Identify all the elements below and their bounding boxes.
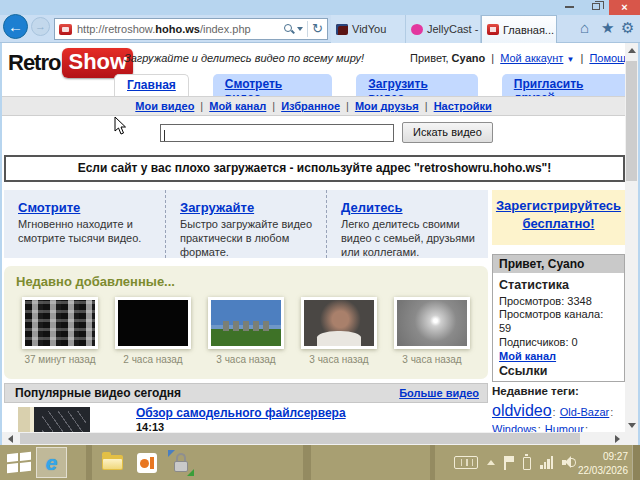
start-button[interactable] bbox=[7, 452, 31, 474]
security-app-taskbar-button[interactable] bbox=[165, 447, 196, 478]
vertical-scrollbar[interactable] bbox=[625, 43, 638, 432]
separator: | bbox=[200, 100, 203, 112]
horizontal-scroll-thumb[interactable] bbox=[20, 433, 580, 444]
show-desktop-button[interactable] bbox=[632, 445, 640, 480]
feature-watch: Смотрите Мгновенно находите и смотрите т… bbox=[4, 190, 165, 258]
scroll-up-arrow[interactable] bbox=[625, 43, 638, 57]
media-app-icon bbox=[137, 453, 157, 473]
search-video-button[interactable]: Искать видео bbox=[402, 122, 493, 143]
my-channel-link[interactable]: Мой канал bbox=[499, 350, 556, 362]
scroll-left-arrow[interactable] bbox=[2, 432, 18, 445]
site-favicon-icon bbox=[59, 24, 72, 35]
settings-gear-icon[interactable]: ⚙ bbox=[621, 18, 634, 38]
stats-title: Статистика bbox=[499, 278, 618, 294]
ie-taskbar-button[interactable]: e bbox=[36, 447, 67, 478]
forward-icon: → bbox=[35, 20, 46, 32]
vertical-scroll-thumb[interactable] bbox=[626, 61, 637, 181]
scrollbar-corner bbox=[625, 432, 638, 445]
time: 09:27 bbox=[578, 450, 628, 464]
touch-keyboard-icon[interactable] bbox=[454, 456, 478, 469]
my-account-link[interactable]: Мой аккаунт bbox=[500, 52, 563, 64]
sync-arrow-icon bbox=[187, 469, 194, 476]
volume-icon[interactable] bbox=[562, 456, 576, 469]
tab-glavnaya-active[interactable]: Главная... × bbox=[481, 15, 557, 43]
subnav-my-friends[interactable]: Мои друзья bbox=[355, 100, 419, 112]
subnav-my-videos[interactable]: Мои видео bbox=[135, 100, 194, 112]
register-link-line1[interactable]: Зарегистрируйтесь bbox=[496, 198, 621, 213]
video-thumbnail[interactable] bbox=[208, 297, 284, 349]
favorites-star-icon[interactable]: ★ bbox=[601, 18, 614, 38]
site-tagline: Загружайте и делитесь видео по всему мир… bbox=[124, 52, 364, 64]
back-button[interactable]: ← bbox=[3, 14, 28, 39]
register-box[interactable]: Зарегистрируйтесь бесплатно! bbox=[492, 190, 625, 245]
close-button[interactable]: × bbox=[609, 0, 640, 15]
scroll-right-arrow[interactable] bbox=[609, 432, 625, 445]
help-link[interactable]: Помощь bbox=[589, 52, 626, 64]
features-panel: Смотрите Мгновенно находите и смотрите т… bbox=[4, 190, 488, 258]
horizontal-scrollbar[interactable] bbox=[2, 432, 625, 445]
feature-upload-text: Быстро загружайте видео практически в лю… bbox=[180, 218, 314, 259]
taskbar-clock[interactable]: 09:27 22/03/2026 bbox=[578, 450, 628, 477]
tab-vidyou[interactable]: VidYou bbox=[331, 15, 406, 43]
search-icon[interactable] bbox=[283, 23, 295, 35]
video-thumbnail[interactable] bbox=[22, 297, 98, 349]
address-bar[interactable]: http://retroshow.hoho.ws/index.php ↻ bbox=[54, 18, 328, 40]
search-dropdown-icon[interactable] bbox=[297, 27, 303, 31]
folder-icon bbox=[102, 455, 123, 470]
stat-channel-views: Просмотров канала: 59 bbox=[499, 308, 618, 336]
separator: | bbox=[580, 52, 583, 64]
video-thumbnail[interactable] bbox=[394, 297, 470, 349]
upload-time-label: 3 часа назад bbox=[392, 354, 472, 365]
popular-video-title-link[interactable]: Обзор самодельного файлсервера bbox=[136, 406, 346, 420]
windows-logo-icon bbox=[7, 463, 18, 473]
feature-share-text: Легко делитесь своими видео с семьей, др… bbox=[341, 218, 475, 259]
subnav-my-channel[interactable]: Мой канал bbox=[209, 100, 266, 112]
recent-tags-title: Недавние теги: bbox=[492, 385, 626, 397]
screen: × ← → http://retroshow.hoho.ws/index.php… bbox=[0, 0, 640, 480]
video-thumbnail[interactable] bbox=[301, 297, 377, 349]
minimize-button[interactable] bbox=[556, 0, 582, 15]
close-icon: × bbox=[621, 1, 627, 13]
feature-share-link[interactable]: Делитесь bbox=[341, 200, 403, 215]
action-center-flag-icon[interactable] bbox=[504, 456, 514, 470]
video-search-input[interactable] bbox=[160, 124, 394, 142]
tray-expand-icon[interactable] bbox=[487, 460, 495, 465]
battery-icon[interactable] bbox=[523, 457, 531, 470]
video-thumbnail[interactable] bbox=[115, 297, 191, 349]
separator: | bbox=[425, 100, 428, 112]
sub-nav: Мои видео|Мой канал|Избранное|Мои друзья… bbox=[2, 96, 625, 116]
system-tray bbox=[454, 445, 576, 480]
minimize-icon bbox=[565, 6, 574, 8]
subnav-favorites[interactable]: Избранное bbox=[281, 100, 340, 112]
subnav-settings[interactable]: Настройки bbox=[434, 100, 492, 112]
username: Cyano bbox=[452, 52, 486, 64]
webcam-thumbnail-image bbox=[304, 300, 374, 346]
tab-jellycast[interactable]: JellyCast - ... bbox=[406, 15, 481, 43]
taskbar-stripe bbox=[430, 445, 435, 480]
forward-button[interactable]: → bbox=[31, 17, 50, 36]
feature-watch-link[interactable]: Смотрите bbox=[18, 200, 80, 215]
more-videos-link[interactable]: Больше видео bbox=[399, 384, 479, 402]
date: 22/03/2026 bbox=[578, 464, 628, 478]
account-caret-icon[interactable]: ▼ bbox=[566, 55, 574, 64]
restore-icon bbox=[592, 3, 600, 10]
page-viewport: Retro Show Загружайте и делитесь видео п… bbox=[0, 43, 640, 445]
retroshow-favicon-icon bbox=[487, 24, 499, 35]
address-divider bbox=[307, 21, 308, 37]
feature-upload-link[interactable]: Загружайте bbox=[180, 200, 254, 215]
media-app-taskbar-button[interactable] bbox=[131, 447, 162, 478]
scroll-down-arrow[interactable] bbox=[625, 418, 638, 432]
register-link-line2[interactable]: бесплатно! bbox=[522, 216, 594, 231]
logo-retro-text: Retro bbox=[8, 50, 60, 76]
restore-button[interactable] bbox=[583, 0, 609, 15]
tag-link[interactable]: Old-Bazar bbox=[560, 406, 610, 418]
jellycast-favicon-icon bbox=[411, 24, 423, 35]
popular-section-header: Популярные видео сегодня Больше видео bbox=[4, 383, 488, 403]
sidebar-my-videos-link[interactable]: Мои видео bbox=[499, 381, 558, 382]
network-signal-icon[interactable] bbox=[540, 456, 553, 469]
explorer-taskbar-button[interactable] bbox=[97, 447, 128, 478]
home-icon[interactable]: ⌂ bbox=[580, 18, 589, 38]
taskbar: e 09:27 22/03/2026 bbox=[0, 445, 640, 480]
tag-link[interactable]: oldvideo bbox=[492, 402, 552, 419]
refresh-icon[interactable]: ↻ bbox=[312, 23, 323, 35]
